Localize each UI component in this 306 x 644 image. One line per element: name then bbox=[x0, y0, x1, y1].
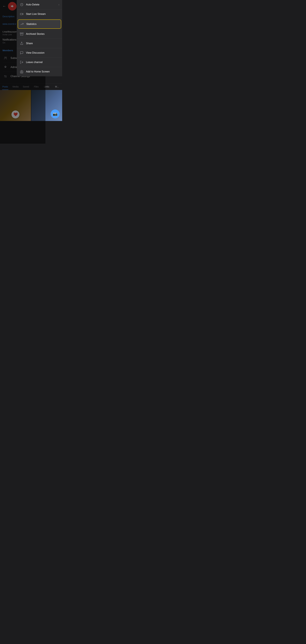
dropdown-item-add-to-home-screen[interactable]: Add to Home Screen bbox=[17, 67, 62, 76]
leave-channel-label: Leave channel bbox=[26, 61, 42, 64]
statistics-label: Statistics bbox=[26, 23, 36, 26]
start-live-stream-icon bbox=[20, 12, 24, 16]
add-to-home-screen-icon bbox=[20, 70, 24, 74]
auto-delete-icon bbox=[20, 2, 24, 7]
auto-delete-arrow: › bbox=[58, 3, 59, 6]
start-live-stream-label: Start Live Stream bbox=[26, 12, 46, 16]
archived-stories-label: Archived Stories bbox=[26, 32, 45, 36]
view-discussion-icon bbox=[20, 51, 24, 55]
view-discussion-label: View Discussion bbox=[26, 52, 44, 54]
add-to-home-screen-label: Add to Home Screen bbox=[26, 70, 50, 73]
svg-line-8 bbox=[22, 4, 23, 4]
dropdown-item-start-live-stream[interactable]: Start Live Stream bbox=[17, 10, 62, 19]
share-label: Share bbox=[26, 42, 33, 45]
leave-channel-icon bbox=[20, 60, 24, 64]
share-icon bbox=[20, 41, 24, 46]
dropdown-item-leave-channel[interactable]: Leave channel bbox=[17, 58, 62, 67]
svg-rect-9 bbox=[20, 13, 22, 15]
dropdown-item-archived-stories[interactable]: Archived Stories bbox=[17, 29, 62, 39]
archived-stories-icon bbox=[20, 32, 24, 36]
svg-rect-10 bbox=[20, 33, 23, 34]
dropdown-item-view-discussion[interactable]: View Discussion bbox=[17, 48, 62, 58]
statistics-icon bbox=[20, 22, 24, 26]
camera-button[interactable]: 📷 bbox=[51, 110, 60, 118]
dropdown-item-share[interactable]: Share bbox=[17, 39, 62, 48]
dropdown-item-auto-delete[interactable]: Auto-Delete › bbox=[17, 0, 62, 10]
tab-more[interactable]: M... bbox=[52, 84, 62, 90]
dropdown-menu: Auto-Delete › Start Live Stream Statisti… bbox=[17, 0, 62, 76]
camera-icon: 📷 bbox=[53, 112, 58, 116]
dropdown-item-statistics[interactable]: Statistics bbox=[18, 20, 61, 29]
auto-delete-label: Auto-Delete bbox=[26, 3, 39, 6]
